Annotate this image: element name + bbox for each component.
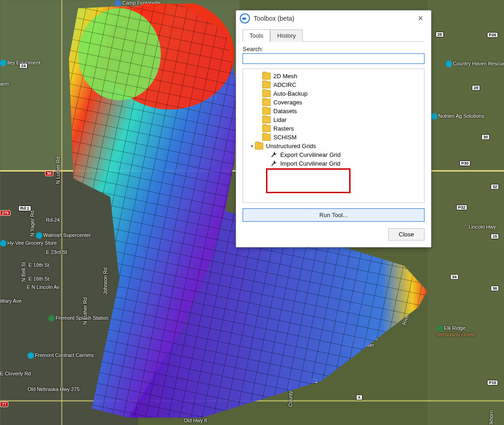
poi-carriers-label: Fremont Contract Carriers [35,352,94,358]
tree-folder[interactable]: ▸SCHISM [245,133,422,142]
tree-label: Datasets [273,108,297,115]
search-input[interactable] [243,53,425,64]
rd-e19: E 19th St [28,262,49,268]
rd-nluther: N Luther Rd [55,157,61,184]
hwy-32: 32 [491,184,499,190]
hwy-30b: 30 [310,378,318,384]
poi-walmart: Walmart Supercenter [36,232,91,239]
poi-elk-sub: Temporarily closed [436,332,475,337]
poi-country-haven: Country Haven Rescue [446,61,504,67]
dialog-title: Toolbox (beta) [254,15,414,22]
poi-ch-label: Country Haven Rescue [453,61,504,66]
wrench-icon [271,151,277,158]
folder-icon [255,143,263,149]
tree-folder[interactable]: ▸ADCIRC [245,80,422,89]
hwy-275: 275 [0,210,11,216]
tree-label: Coverages [273,99,302,106]
tree-tool-label: Export Curvilinear Grid [280,151,341,158]
tree-tool-label: Import Curvilinear Grid [280,160,340,167]
hwy-p30: P30 [459,161,470,166]
rd-lincoln-e: E N Lincoln Av [27,284,59,290]
hwy-p15: P15 [487,380,498,385]
poi-walmart-label: Walmart Supercenter [43,232,91,238]
hwy-26: 26 [436,32,444,37]
hwy-p24: P24 [183,15,194,20]
poi-nutrien: Nutrien Ag Solutions [431,113,484,120]
shop-icon [431,113,437,120]
dialog-tabs: Tools History [243,29,425,42]
tree-label: Lidar [273,116,287,123]
folder-icon [262,81,271,88]
road-v-1 [61,0,62,425]
tab-history[interactable]: History [270,29,302,42]
tool-tree[interactable]: ▸2D Mesh ▸ADCIRC ▸Auto-Backup ▸Coverages… [243,69,425,203]
church-icon [115,0,121,6]
rd-nbell: N Bell St [21,262,26,282]
hwy-24: 24 [19,63,28,69]
rd-county28: County Rd 28 [288,376,293,407]
rd-e16: E 16th St [28,276,49,281]
rd-military: ilitary Ave [0,298,22,304]
tree-folder[interactable]: ▸2D Mesh [245,72,422,80]
shop-icon [446,61,452,67]
close-icon[interactable]: ✕ [414,14,426,23]
dialog-titlebar[interactable]: Toolbox (beta) ✕ [236,11,431,26]
tab-tools[interactable]: Tools [243,29,270,42]
hwy-p32: P32 [456,205,467,210]
poi-splash: Fremont Splash Station [48,315,108,322]
poi-hyvee-label: Hy-Vee Grocery Store [7,240,57,246]
poi-elk-label: Elk Ridge [444,325,465,331]
poi-camp-label: Camp Fontanelle [122,0,161,6]
poi-camp: Camp Fontanelle [115,0,161,6]
tree-folder[interactable]: ▸Lidar [245,115,422,124]
tree-folder[interactable]: ▸Coverages [245,98,422,107]
close-button[interactable]: Close [388,228,425,241]
hwy-28b: 28 [209,94,217,100]
tree-label: Unstructured Grids [266,143,316,149]
hwy-x: X [356,395,362,400]
hwy-rd1: Rd 1 [18,206,31,211]
park-icon [342,336,349,342]
folder-icon [262,73,271,80]
hwy-30: 30 [481,134,490,140]
road-h-2 [0,400,504,402]
shop-icon [0,240,6,247]
wrench-icon [271,160,277,167]
folder-icon [262,125,271,132]
run-tool-button[interactable]: Run Tool... [243,208,425,222]
tree-label: Rasters [273,125,294,132]
park-icon [436,325,443,332]
tree-folder[interactable]: ▸Rasters [245,124,422,133]
tree-folder[interactable]: ▸Datasets [245,107,422,115]
rd-elkhorn: Elkhorn [488,410,494,425]
map-canvas[interactable]: Camp Fontanelle lley Equipment Country H… [0,0,504,425]
rd-rd3: Rd 3 [180,20,185,31]
app-icon [240,13,250,23]
hwy-28: 28 [472,85,480,91]
folder-icon [262,134,271,141]
hwy-15: 15 [491,234,499,239]
rd-nyager: N Yager Rd [29,211,35,236]
tree-label: 2D Mesh [273,73,297,80]
park-icon [48,315,55,322]
hwy-36: 36 [491,286,499,291]
tree-folder-expanded[interactable]: ▾Unstructured Grids [245,142,422,150]
folder-icon [262,108,271,115]
tree-tool-import[interactable]: Import Curvilinear Grid [245,159,422,168]
rd-cloverly: E Cloverly Rd [0,371,31,376]
poi-farm: arm [0,81,9,86]
shop-icon [28,352,34,359]
tree-tool-export[interactable]: Export Curvilinear Grid [245,150,422,159]
folder-icon [262,116,271,123]
rd-nluther2: N Luther Rd [82,297,88,324]
poi-theresa: issTheresa'sNature Center [342,336,378,348]
hwy-p26: P26 [487,32,498,38]
shop-icon [0,60,6,66]
tree-folder[interactable]: ▸Auto-Backup [245,89,422,98]
folder-icon [262,99,271,106]
tree-label: ADCIRC [273,81,296,88]
rd-oldhwy8: Old Hwy 8 [184,418,207,423]
hwy-30a: 30 [45,171,53,176]
rd-johnson: Johnson Rd [102,268,108,295]
poi-nutrien-label: Nutrien Ag Solutions [438,113,484,119]
